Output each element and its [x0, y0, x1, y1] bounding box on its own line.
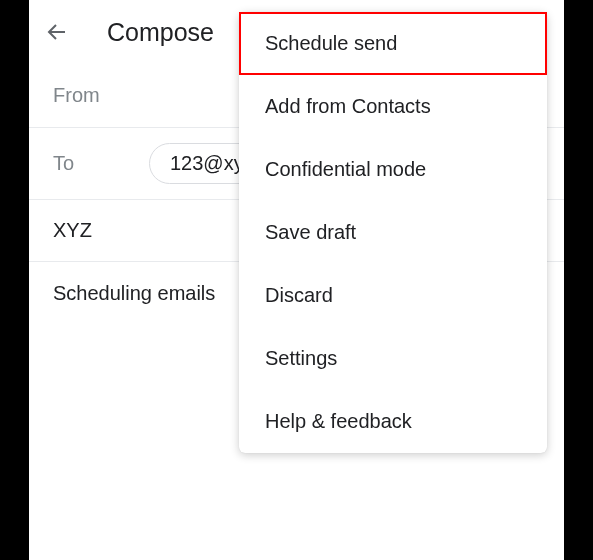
subject-field[interactable]: XYZ [53, 219, 92, 242]
menu-item-schedule-send[interactable]: Schedule send [239, 12, 547, 75]
back-arrow-icon[interactable] [45, 20, 69, 44]
from-label: From [53, 84, 129, 107]
menu-item-confidential-mode[interactable]: Confidential mode [239, 138, 547, 201]
to-label: To [53, 152, 129, 175]
menu-item-save-draft[interactable]: Save draft [239, 201, 547, 264]
body-text[interactable]: Scheduling emails [53, 282, 215, 304]
page-title: Compose [107, 18, 214, 47]
menu-item-discard[interactable]: Discard [239, 264, 547, 327]
overflow-menu: Schedule send Add from Contacts Confiden… [239, 12, 547, 453]
menu-item-add-from-contacts[interactable]: Add from Contacts [239, 75, 547, 138]
menu-item-settings[interactable]: Settings [239, 327, 547, 390]
menu-item-help-feedback[interactable]: Help & feedback [239, 390, 547, 453]
